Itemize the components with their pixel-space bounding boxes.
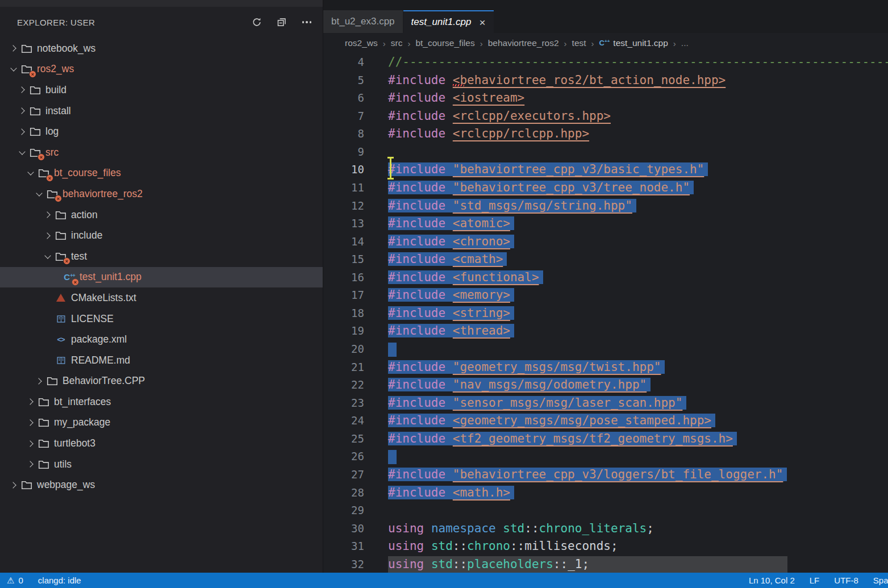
sidebar-item-utils[interactable]: utils — [0, 454, 323, 475]
line-number[interactable]: 4 — [323, 53, 364, 72]
sidebar-item-test[interactable]: ×test — [0, 246, 323, 267]
breadcrumb-overflow[interactable]: ... — [681, 38, 689, 48]
sidebar-item-webpage-ws[interactable]: webpage_ws — [0, 474, 323, 495]
line-number[interactable]: 24 — [323, 412, 364, 430]
line-number[interactable]: 23 — [323, 394, 364, 412]
breadcrumb-item-ros2-ws[interactable]: ros2_ws — [345, 38, 378, 48]
status-item-clangd-idle[interactable]: clangd: idle — [38, 576, 81, 585]
code-line-22[interactable]: 22#include "nav_msgs/msg/odometry.hpp" — [323, 376, 888, 394]
sidebar-item-readme-md[interactable]: README.md — [0, 350, 323, 371]
refresh-icon[interactable] — [251, 16, 262, 28]
sidebar-item-cmakelists-txt[interactable]: CMakeLists.txt — [0, 287, 323, 308]
code-line-32[interactable]: 32using std::placeholders::_1; — [323, 556, 888, 573]
sidebar-item-include[interactable]: include — [0, 225, 323, 246]
code-line-5[interactable]: 5#include <behaviortree_ros2/bt_action_n… — [323, 72, 888, 90]
sidebar-item-behaviortree-ros2[interactable]: ×behaviortree_ros2 — [0, 184, 323, 205]
sidebar-item-license[interactable]: LICENSE — [0, 308, 323, 330]
status-item-0[interactable]: ⚠0 — [7, 576, 23, 586]
sidebar-item-bt-interfaces[interactable]: bt_interfaces — [0, 391, 323, 412]
code-line-28[interactable]: 28#include <math.h> — [323, 484, 888, 502]
sidebar-item-turtlebot3[interactable]: turtlebot3 — [0, 433, 323, 454]
line-number[interactable]: 7 — [323, 107, 364, 126]
sidebar-item-ros2-ws[interactable]: ×ros2_ws — [0, 59, 323, 80]
line-number[interactable]: 9 — [323, 143, 364, 161]
line-number[interactable]: 21 — [323, 358, 364, 377]
collapse-all-icon[interactable] — [276, 16, 287, 28]
code-line-9[interactable]: 9 — [323, 143, 888, 161]
line-number[interactable]: 32 — [323, 556, 364, 573]
code-line-30[interactable]: 30using namespace std::chrono_literals; — [323, 520, 888, 538]
line-number[interactable]: 5 — [323, 72, 364, 90]
line-number[interactable]: 17 — [323, 286, 364, 305]
status-item-lf[interactable]: LF — [810, 576, 820, 585]
line-number[interactable]: 6 — [323, 89, 364, 107]
code-line-29[interactable]: 29 — [323, 502, 888, 520]
code-line-4[interactable]: 4//-------------------------------------… — [323, 53, 888, 72]
sidebar-item-test-unit1-cpp[interactable]: C++×test_unit1.cpp — [0, 267, 323, 288]
line-number[interactable]: 27 — [323, 466, 364, 484]
line-number[interactable]: 30 — [323, 520, 364, 538]
code-line-15[interactable]: 15#include <cmath> — [323, 251, 888, 269]
more-actions-icon[interactable] — [301, 16, 312, 28]
sidebar-item-label: bt_interfaces — [54, 396, 111, 408]
code-line-31[interactable]: 31using std::chrono::milliseconds; — [323, 537, 888, 556]
sidebar-item-my-package[interactable]: my_package — [0, 412, 323, 433]
line-number[interactable]: 19 — [323, 322, 364, 340]
code-line-12[interactable]: 12#include "std_msgs/msg/string.hpp" — [323, 197, 888, 215]
code-line-24[interactable]: 24#include <geometry_msgs/msg/pose_stamp… — [323, 412, 888, 430]
line-number[interactable]: 14 — [323, 233, 364, 251]
line-number[interactable]: 29 — [323, 502, 364, 520]
sidebar-item-bt-course-files[interactable]: ×bt_course_files — [0, 163, 323, 184]
status-item-ln-10-col-2[interactable]: Ln 10, Col 2 — [749, 576, 795, 585]
code-line-23[interactable]: 23#include "sensor_msgs/msg/laser_scan.h… — [323, 394, 888, 412]
code-line-10[interactable]: 10#include "behaviortree_cpp_v3/basic_ty… — [323, 161, 888, 179]
breadcrumb-item-behaviortree-ros2[interactable]: behaviortree_ros2 — [488, 38, 559, 48]
code-line-16[interactable]: 16#include <functional> — [323, 269, 888, 287]
line-number[interactable]: 12 — [323, 197, 364, 215]
sidebar-item-package-xml[interactable]: <>package.xml — [0, 329, 323, 350]
line-number[interactable]: 20 — [323, 340, 364, 358]
code-line-11[interactable]: 11#include "behaviortree_cpp_v3/tree_nod… — [323, 179, 888, 197]
sidebar-item-action[interactable]: action — [0, 205, 323, 226]
code-line-8[interactable]: 8#include <rclcpp/rclcpp.hpp> — [323, 125, 888, 143]
breadcrumb-item-bt-course-files[interactable]: bt_course_files — [415, 38, 474, 48]
code-line-27[interactable]: 27#include "behaviortree_cpp_v3/loggers/… — [323, 466, 888, 484]
breadcrumb-item-test[interactable]: test — [572, 38, 586, 48]
status-item-utf-8[interactable]: UTF-8 — [834, 576, 858, 585]
sidebar-item-behaviortree-cpp[interactable]: BehaviorTree.CPP — [0, 371, 323, 392]
breadcrumb-item-test-unit1-cpp[interactable]: C++test_unit1.cpp — [599, 38, 668, 48]
line-number[interactable]: 25 — [323, 430, 364, 448]
code-line-21[interactable]: 21#include "geometry_msgs/msg/twist.hpp" — [323, 358, 888, 377]
sidebar-item-src[interactable]: ×src — [0, 142, 323, 163]
line-number[interactable]: 8 — [323, 125, 364, 143]
code-line-17[interactable]: 17#include <memory> — [323, 286, 888, 305]
code-line-25[interactable]: 25#include <tf2_geometry_msgs/tf2_geomet… — [323, 430, 888, 448]
line-number[interactable]: 13 — [323, 215, 364, 233]
tab-bt-u2-ex3-cpp[interactable]: bt_u2_ex3.cpp — [323, 10, 403, 33]
code-line-18[interactable]: 18#include <string> — [323, 305, 888, 323]
line-number[interactable]: 11 — [323, 179, 364, 197]
sidebar-item-install[interactable]: install — [0, 101, 323, 122]
status-item-spac[interactable]: Spac — [873, 576, 888, 585]
sidebar-item-log[interactable]: log — [0, 121, 323, 142]
code-line-7[interactable]: 7#include <rclcpp/executors.hpp> — [323, 107, 888, 126]
line-number[interactable]: 15 — [323, 251, 364, 269]
code-line-13[interactable]: 13#include <atomic> — [323, 215, 888, 233]
sidebar-item-build[interactable]: build — [0, 80, 323, 101]
close-icon[interactable]: × — [479, 17, 485, 28]
line-number[interactable]: 31 — [323, 537, 364, 556]
line-number[interactable]: 18 — [323, 305, 364, 323]
line-number[interactable]: 10 — [323, 161, 364, 179]
code-line-19[interactable]: 19#include <thread> — [323, 322, 888, 340]
code-line-20[interactable]: 20 — [323, 340, 888, 358]
line-number[interactable]: 28 — [323, 484, 364, 502]
tab-test-unit1-cpp[interactable]: test_unit1.cpp× — [403, 10, 494, 33]
sidebar-item-notebook-ws[interactable]: notebook_ws — [0, 38, 323, 59]
breadcrumb-item-src[interactable]: src — [391, 38, 403, 48]
code-line-14[interactable]: 14#include <chrono> — [323, 233, 888, 251]
line-number[interactable]: 26 — [323, 448, 364, 466]
code-line-26[interactable]: 26 — [323, 448, 888, 466]
line-number[interactable]: 16 — [323, 269, 364, 287]
line-number[interactable]: 22 — [323, 376, 364, 394]
code-line-6[interactable]: 6#include <iostream> — [323, 89, 888, 107]
